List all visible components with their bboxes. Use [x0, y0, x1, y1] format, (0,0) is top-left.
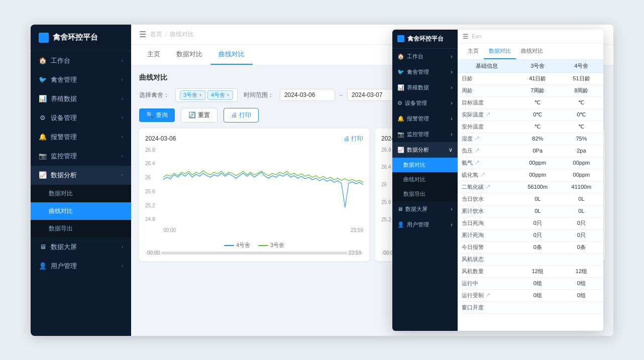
table-row: 二氧化碳 ↗ 56100m 41100m: [458, 181, 603, 193]
sidebar-item-workbench[interactable]: 🏠 工作台 ›: [31, 51, 131, 70]
data-table: 基础信息 3号舍 4号舍 日龄 41日龄 51日龄 周龄: [458, 60, 603, 314]
overlay-screen-icon: 🖥: [397, 206, 403, 212]
overlay-analysis-icon: 📈: [397, 147, 404, 153]
table-row: 周龄 7周龄 8周龄: [458, 84, 603, 96]
reset-button[interactable]: 🔄 重置: [181, 108, 218, 123]
overlay-submenu-data-export[interactable]: 数据导出: [392, 187, 458, 201]
sidebar-item-user[interactable]: 👤 用户管理 ›: [31, 257, 131, 276]
link-icon-7[interactable]: ↗: [485, 292, 491, 298]
cage-tag-3[interactable]: 3号舍 ×: [180, 90, 205, 100]
chart-y-labels-left: 26.8 26.4 26 25.6 25.2 24.8: [145, 147, 163, 222]
tab-home[interactable]: 主页: [139, 45, 168, 65]
date-range: ～: [280, 89, 402, 101]
table-row: 目标温度 ℃ ℃: [458, 96, 603, 108]
user-icon: 👤: [39, 262, 47, 270]
link-icon-6[interactable]: ↗: [485, 184, 491, 190]
table-row: 运行中 0组 0组: [458, 277, 603, 289]
overlay-sidebar-monitor[interactable]: 📷 监控管理 ›: [392, 127, 458, 142]
sidebar-logo: 禽舍环控平台: [31, 25, 131, 51]
overlay-sidebar: 禽舍环控平台 🏠 工作台 › 🐦 禽舍管理 › 📊 养殖数据: [392, 30, 458, 331]
chart-print-left[interactable]: 🖨 打印: [344, 135, 363, 143]
table-row: 湿度 ↗ 82% 75%: [458, 133, 603, 145]
tab-data-compare[interactable]: 数据对比: [168, 45, 210, 65]
overlay-sidebar-user[interactable]: 👤 用户管理 ›: [392, 217, 458, 232]
submenu-analysis: 数据对比 曲线对比 数据导出: [31, 185, 131, 237]
section-header-window: 窗口开度: [458, 301, 603, 313]
overlay-sidebar-device[interactable]: ⚙ 设备管理 ›: [392, 95, 458, 111]
sidebar-item-datascreen[interactable]: 🖥 数据大屏 ›: [31, 237, 131, 257]
sidebar-item-analysis[interactable]: 📈 数据分析 ›: [31, 166, 131, 185]
overlay-tab-curve-compare[interactable]: 曲线对比: [516, 44, 548, 59]
sidebar-item-cage[interactable]: 🐦 禽舍管理 ›: [31, 70, 131, 89]
section-header-fan: 风机状态: [458, 253, 603, 265]
arrow-icon-2: ›: [122, 77, 123, 82]
overlay-submenu-data-compare[interactable]: 数据对比: [392, 158, 458, 172]
date-start-input[interactable]: [280, 89, 335, 101]
home-icon: 🏠: [39, 57, 47, 65]
table-row: 今日报警 0条 0条: [458, 241, 603, 253]
cage-tag-container: 3号舍 × 4号舍 ×: [175, 88, 238, 102]
table-row: 负压 ↗ 0Pa 2pa: [458, 145, 603, 157]
overlay-arrow-6: ∨: [449, 147, 453, 153]
overlay-arrow-5: ›: [451, 131, 453, 137]
overlay-tabs: 主页 数据对比 曲线对比: [458, 44, 603, 60]
submenu-data-compare[interactable]: 数据对比: [31, 185, 131, 202]
overlay-tab-home[interactable]: 主页: [463, 44, 484, 59]
report-icon: 🔔: [39, 133, 47, 141]
table-header-info: 基础信息: [458, 60, 516, 73]
chart-legend-left: 4号舍 3号舍: [145, 242, 363, 249]
menu-icon[interactable]: ☰: [139, 30, 146, 39]
overlay-menu-icon[interactable]: ☰: [463, 33, 469, 40]
sidebar-item-device[interactable]: ⚙ 设备管理 ›: [31, 108, 131, 128]
table-header-4: 4号舍: [560, 60, 603, 73]
link-icon-5[interactable]: ↗: [480, 172, 485, 178]
link-icon-3[interactable]: ↗: [474, 148, 480, 154]
overlay-logo: 禽舍环控平台: [392, 30, 458, 49]
monitor-icon: 📷: [39, 152, 47, 160]
cage-tag-4[interactable]: 4号舍 ×: [207, 90, 233, 100]
chart-scrollbar-left[interactable]: 00:00 23:59: [145, 251, 363, 255]
overlay-report-icon: 🔔: [397, 115, 404, 122]
overlay-arrow-3: ›: [451, 100, 453, 106]
submenu-curve-compare[interactable]: 曲线对比: [31, 202, 131, 220]
overlay-monitor-icon: 📷: [397, 131, 404, 138]
sidebar-item-monitor[interactable]: 📷 监控管理 ›: [31, 147, 131, 166]
overlay-sidebar-cage[interactable]: 🐦 禽舍管理 ›: [392, 64, 458, 80]
time-range-label: 时间范围：: [244, 91, 274, 99]
breadcrumb: 首页 / 曲线对比: [150, 30, 194, 39]
table-row: 室外温度 ℃ ℃: [458, 121, 603, 133]
link-icon-4[interactable]: ↗: [474, 160, 480, 166]
arrow-icon-8: ›: [122, 244, 123, 250]
overlay-sidebar-workbench[interactable]: 🏠 工作台 ›: [392, 49, 458, 64]
overlay-arrow-2: ›: [451, 84, 453, 90]
overlay-submenu-curve-compare[interactable]: 曲线对比: [392, 172, 458, 187]
link-icon[interactable]: ↗: [485, 111, 491, 117]
overlay-arrow-1: ›: [451, 69, 453, 75]
tab-curve-compare[interactable]: 曲线对比: [210, 45, 253, 65]
arrow-icon-7: ›: [120, 174, 125, 176]
overlay-sidebar-breeding[interactable]: 📊 养殖数据 ›: [392, 80, 458, 95]
overlay-sidebar-analysis[interactable]: 📈 数据分析 ∨: [392, 142, 458, 158]
submenu-data-export[interactable]: 数据导出: [31, 220, 131, 237]
sidebar-item-report[interactable]: 🔔 报警管理 ›: [31, 128, 131, 147]
link-icon-2[interactable]: ↗: [474, 136, 480, 142]
breeding-icon: 📊: [39, 95, 47, 103]
chart-header-left: 2024-03-06 🖨 打印: [145, 135, 363, 143]
sidebar-menu: 🏠 工作台 › 🐦 禽舍管理 › 📊 养殖数据 ›: [31, 51, 131, 336]
tag-close-4[interactable]: ×: [227, 92, 230, 98]
print-button-main[interactable]: 🖨 打印: [224, 108, 259, 123]
overlay-arrow-4: ›: [451, 115, 453, 122]
overlay-content: 基础信息 3号舍 4号舍 日龄 41日龄 51日龄 周龄: [458, 60, 603, 331]
query-button[interactable]: 🔍 查询: [139, 108, 175, 122]
overlay-topbar: ☰ Ean: [458, 30, 603, 44]
sidebar-item-breeding[interactable]: 📊 养殖数据 ›: [31, 89, 131, 108]
overlay-user-icon: 👤: [397, 221, 404, 228]
overlay-sidebar-datascreen[interactable]: 🖥 数据大屏 ›: [392, 201, 458, 217]
overlay-arrow-0: ›: [451, 53, 453, 59]
arrow-icon-9: ›: [122, 263, 123, 269]
overlay-arrow-7: ›: [451, 206, 453, 212]
overlay-sidebar-report[interactable]: 🔔 报警管理 ›: [392, 111, 458, 127]
analysis-icon: 📈: [39, 171, 47, 179]
overlay-tab-data-compare[interactable]: 数据对比: [484, 44, 516, 59]
tag-close-3[interactable]: ×: [199, 92, 202, 98]
